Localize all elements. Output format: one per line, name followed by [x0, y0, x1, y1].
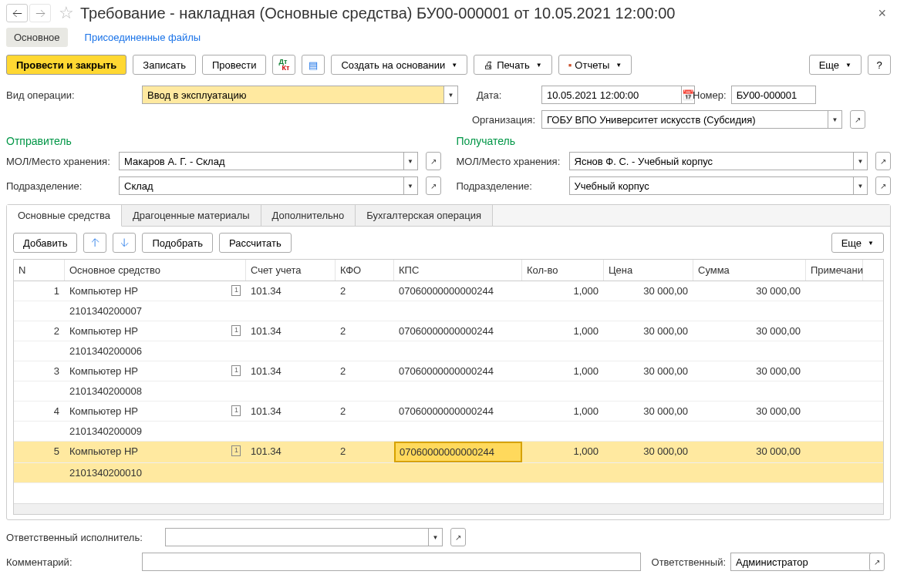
- number-label: Номер:: [693, 89, 727, 101]
- cell-kfo: 2: [336, 281, 394, 301]
- create-based-button[interactable]: Создать на основании▼: [331, 55, 467, 75]
- close-icon[interactable]: ×: [873, 5, 891, 22]
- th-su[interactable]: Счет учета: [246, 260, 336, 281]
- tab-os[interactable]: Основные средства: [7, 205, 122, 227]
- table-more-button[interactable]: Еще▼: [831, 233, 884, 253]
- post-and-close-button[interactable]: Провести и закрыть: [6, 55, 126, 75]
- cell-kps[interactable]: 07060000000000244: [394, 321, 522, 341]
- print-button[interactable]: 🖨Печать▼: [474, 55, 552, 75]
- table-subrow[interactable]: 2101340200010: [14, 463, 883, 483]
- card-icon[interactable]: [231, 285, 241, 296]
- cell-cena: 30 000,00: [604, 321, 693, 341]
- help-button[interactable]: ?: [868, 55, 891, 75]
- nav-forward-button[interactable]: 🡢: [29, 4, 51, 22]
- table-subrow[interactable]: 2101340200006: [14, 341, 883, 361]
- table-row[interactable]: 5Компьютер HP101.342070600000000002441,0…: [14, 442, 883, 463]
- responsible-input[interactable]: [730, 553, 871, 571]
- cell-prim: [806, 281, 863, 301]
- org-dd[interactable]: ▼: [828, 110, 842, 129]
- move-up-button[interactable]: 🡡: [83, 233, 106, 253]
- th-os[interactable]: Основное средство: [65, 260, 246, 281]
- cell-kps[interactable]: 07060000000000244: [394, 442, 522, 462]
- cell-n: 2: [14, 321, 65, 341]
- th-prim[interactable]: Примечани: [806, 260, 863, 281]
- th-sum[interactable]: Сумма: [693, 260, 806, 281]
- cell-kps[interactable]: 07060000000000244: [394, 281, 522, 301]
- th-kol[interactable]: Кол-во: [522, 260, 604, 281]
- table-subrow[interactable]: 2101340200007: [14, 301, 883, 321]
- cell-os: Компьютер HP: [65, 361, 246, 381]
- card-icon[interactable]: [231, 445, 241, 456]
- receiver-mol-open[interactable]: ↗: [875, 152, 891, 170]
- table-row[interactable]: 3Компьютер HP101.342070600000000002441,0…: [14, 361, 883, 381]
- table-row[interactable]: 2Компьютер HP101.342070600000000002441,0…: [14, 321, 883, 341]
- cell-cena: 30 000,00: [604, 281, 693, 301]
- cell-n: 3: [14, 361, 65, 381]
- resp-exec-input[interactable]: [165, 528, 429, 546]
- sender-dept-dd[interactable]: ▼: [404, 176, 418, 195]
- th-n[interactable]: N: [14, 260, 65, 281]
- resp-exec-open[interactable]: ↗: [450, 528, 466, 546]
- op-type-dd[interactable]: ▼: [444, 86, 458, 104]
- table-row[interactable]: 4Компьютер HP101.342070600000000002441,0…: [14, 402, 883, 422]
- tab-precious[interactable]: Драгоценные материалы: [122, 205, 261, 226]
- cell-kps[interactable]: 07060000000000244: [394, 361, 522, 381]
- sender-dept-input[interactable]: [119, 176, 404, 195]
- th-kfo[interactable]: КФО: [336, 260, 394, 281]
- sender-mol-open[interactable]: ↗: [426, 152, 441, 170]
- calc-button[interactable]: Рассчитать: [219, 233, 292, 253]
- receiver-dept-dd[interactable]: ▼: [854, 176, 868, 195]
- cell-su: 101.34: [246, 321, 336, 341]
- section-tab-main[interactable]: Основное: [6, 28, 68, 47]
- card-icon[interactable]: [231, 365, 241, 376]
- section-tab-files[interactable]: Присоединенные файлы: [77, 28, 209, 47]
- document-structure-button[interactable]: ▤: [302, 55, 325, 75]
- table-subrow[interactable]: 2101340200009: [14, 422, 883, 442]
- cell-kps[interactable]: 07060000000000244: [394, 402, 522, 421]
- cell-kfo: 2: [336, 402, 394, 421]
- cell-su: 101.34: [246, 402, 336, 421]
- cell-inv: 2101340200006: [65, 341, 246, 361]
- h-scrollbar[interactable]: [14, 503, 883, 514]
- cell-cena: 30 000,00: [604, 361, 693, 381]
- move-down-button[interactable]: 🡣: [113, 233, 136, 253]
- th-kps[interactable]: КПС: [394, 260, 522, 281]
- dtkt-button[interactable]: ДтКт: [272, 55, 295, 75]
- add-row-button[interactable]: Добавить: [13, 233, 77, 253]
- date-input[interactable]: [541, 86, 682, 104]
- table-row[interactable]: 1Компьютер HP101.342070600000000002441,0…: [14, 281, 883, 301]
- responsible-open[interactable]: ↗: [869, 553, 885, 571]
- number-input[interactable]: [731, 86, 816, 104]
- receiver-mol-input[interactable]: [569, 152, 855, 170]
- comment-input[interactable]: [142, 553, 641, 571]
- op-type-input[interactable]: [142, 86, 444, 104]
- page-title: Требование - накладная (Основные средств…: [80, 5, 873, 22]
- pick-button[interactable]: Подобрать: [142, 233, 212, 253]
- card-icon[interactable]: [231, 325, 241, 336]
- org-open-button[interactable]: ↗: [850, 110, 865, 129]
- receiver-mol-label: МОЛ/Место хранения:: [457, 156, 565, 167]
- org-input[interactable]: [541, 110, 828, 129]
- sender-mol-input[interactable]: [119, 152, 404, 170]
- sender-mol-label: МОЛ/Место хранения:: [6, 156, 114, 167]
- card-icon[interactable]: [231, 405, 241, 416]
- table-subrow[interactable]: 2101340200008: [14, 381, 883, 402]
- receiver-mol-dd[interactable]: ▼: [854, 152, 868, 170]
- cell-kol: 1,000: [522, 361, 604, 381]
- tab-accounting[interactable]: Бухгалтерская операция: [356, 205, 493, 226]
- resp-exec-dd[interactable]: ▼: [429, 528, 443, 546]
- sender-mol-dd[interactable]: ▼: [404, 152, 418, 170]
- reports-button[interactable]: ▪Отчеты▼: [558, 55, 632, 75]
- receiver-dept-open[interactable]: ↗: [875, 176, 891, 195]
- cell-su: 101.34: [246, 361, 336, 381]
- nav-back-button[interactable]: 🡠: [6, 4, 28, 22]
- sender-dept-open[interactable]: ↗: [426, 176, 441, 195]
- more-button[interactable]: Еще▼: [809, 55, 862, 75]
- tab-additional[interactable]: Дополнительно: [261, 205, 356, 226]
- save-button[interactable]: Записать: [133, 55, 196, 75]
- favorite-star-icon[interactable]: ☆: [59, 3, 74, 23]
- receiver-dept-input[interactable]: [569, 176, 855, 195]
- th-cena[interactable]: Цена: [604, 260, 693, 281]
- cell-prim: [806, 442, 863, 462]
- post-button[interactable]: Провести: [202, 55, 267, 75]
